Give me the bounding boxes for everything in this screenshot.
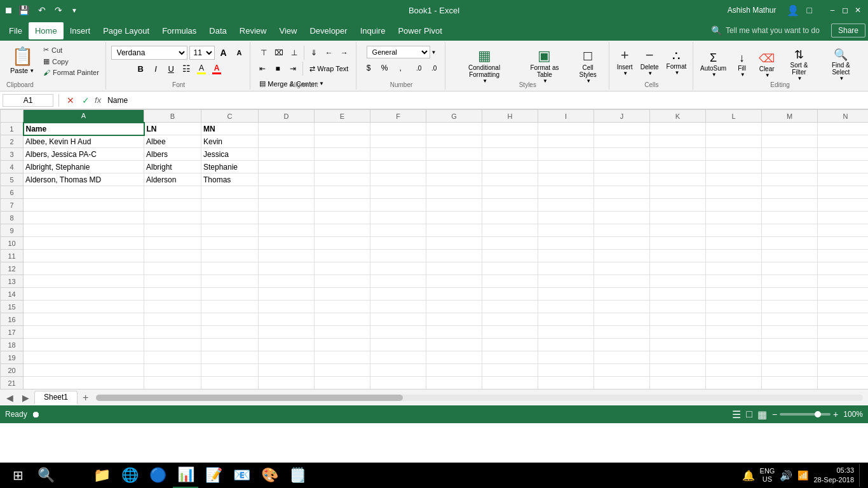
cell-M7[interactable] (762, 199, 818, 212)
cell-H18[interactable] (482, 339, 538, 351)
taskbar-notification-icon[interactable]: 🔔 (742, 470, 755, 482)
cell-N12[interactable] (818, 262, 869, 275)
cell-C3[interactable]: Jessica (201, 148, 259, 161)
cell-N6[interactable] (818, 186, 869, 199)
cell-J3[interactable] (594, 148, 650, 161)
menu-view[interactable]: View (273, 22, 303, 39)
clear-btn[interactable]: ⌫ Clear ▼ (756, 50, 778, 80)
cell-K11[interactable] (650, 250, 706, 262)
cell-A13[interactable] (24, 275, 144, 288)
cell-E10[interactable] (315, 237, 370, 250)
cell-K15[interactable] (650, 301, 706, 313)
cell-G9[interactable] (426, 224, 482, 237)
find-select-btn[interactable]: 🔍 Find & Select ▼ (820, 46, 862, 83)
row-number-11[interactable]: 11 (1, 250, 24, 262)
menu-inquire[interactable]: Inquire (354, 22, 392, 39)
cell-C21[interactable] (201, 377, 259, 390)
cell-N2[interactable] (818, 135, 869, 148)
row-number-7[interactable]: 7 (1, 199, 24, 212)
cell-E15[interactable] (315, 301, 370, 313)
cell-M5[interactable] (762, 173, 818, 186)
cell-N7[interactable] (818, 199, 869, 212)
cell-D3[interactable] (259, 148, 315, 161)
cell-F9[interactable] (370, 224, 426, 237)
cell-E13[interactable] (315, 275, 370, 288)
cell-B9[interactable] (144, 224, 201, 237)
cell-E11[interactable] (315, 250, 370, 262)
paste-button[interactable]: 📋 Paste ▼ (6, 44, 38, 76)
merge-dropdown-arrow[interactable]: ▼ (319, 81, 324, 86)
cell-J15[interactable] (594, 301, 650, 313)
cell-C11[interactable] (201, 250, 259, 262)
col-header-k[interactable]: K (650, 110, 706, 123)
cell-A11[interactable] (24, 250, 144, 262)
accounting-btn[interactable]: $ (362, 61, 376, 75)
cell-H11[interactable] (482, 250, 538, 262)
cell-B12[interactable] (144, 262, 201, 275)
insert-btn[interactable]: + Insert ▼ (614, 46, 635, 78)
cell-B16[interactable] (144, 313, 201, 326)
percent-btn[interactable]: % (377, 61, 391, 75)
cell-L12[interactable] (706, 262, 762, 275)
delete-btn[interactable]: − Delete ▼ (638, 46, 661, 78)
cell-B21[interactable] (144, 377, 201, 390)
formula-input[interactable] (106, 95, 865, 106)
cell-F5[interactable] (370, 173, 426, 186)
cell-M14[interactable] (762, 288, 818, 301)
copy-button[interactable]: ▦ Copy (41, 56, 102, 67)
cell-K18[interactable] (650, 339, 706, 351)
col-header-f[interactable]: F (370, 110, 426, 123)
cell-I6[interactable] (538, 186, 594, 199)
cell-K4[interactable] (650, 161, 706, 173)
cell-H16[interactable] (482, 313, 538, 326)
cell-M1[interactable] (762, 123, 818, 135)
cell-I16[interactable] (538, 313, 594, 326)
cell-L6[interactable] (706, 186, 762, 199)
cell-D16[interactable] (259, 313, 315, 326)
cell-N17[interactable] (818, 326, 869, 339)
menu-insert[interactable]: Insert (64, 22, 97, 39)
cell-H9[interactable] (482, 224, 538, 237)
cell-I19[interactable] (538, 351, 594, 364)
insert-dropdown-arrow[interactable]: ▼ (623, 71, 628, 76)
account-icon[interactable]: 👤 (787, 4, 799, 17)
restore-btn[interactable]: ◻ (840, 5, 850, 15)
sort-filter-btn[interactable]: ⇅ Sort & Filter ▼ (780, 46, 818, 83)
sheet-nav-prev-btn[interactable]: ◀ (3, 391, 17, 404)
cell-C9[interactable] (201, 224, 259, 237)
format-btn[interactable]: ⛬ Format ▼ (664, 47, 689, 77)
col-header-a[interactable]: A (24, 110, 144, 123)
cell-I14[interactable] (538, 288, 594, 301)
col-header-m[interactable]: M (762, 110, 818, 123)
edge-btn[interactable]: 🌐 (117, 463, 142, 488)
cell-F17[interactable] (370, 326, 426, 339)
cell-K8[interactable] (650, 212, 706, 224)
cell-G8[interactable] (426, 212, 482, 224)
cell-H8[interactable] (482, 212, 538, 224)
find-dropdown-arrow[interactable]: ▼ (839, 76, 844, 81)
cell-D19[interactable] (259, 351, 315, 364)
qat-undo-btn[interactable]: ↶ (36, 4, 48, 17)
publisher-btn[interactable]: 🗒️ (285, 463, 310, 488)
cell-L4[interactable] (706, 161, 762, 173)
menu-formulas[interactable]: Formulas (156, 22, 203, 39)
cell-G12[interactable] (426, 262, 482, 275)
row-number-13[interactable]: 13 (1, 275, 24, 288)
view-layout-btn[interactable]: □ (746, 409, 752, 420)
menu-page-layout[interactable]: Page Layout (97, 22, 156, 39)
conditional-formatting-btn[interactable]: ▦ Conditional Formatting ▼ (451, 46, 518, 86)
cell-J11[interactable] (594, 250, 650, 262)
decrease-font-btn[interactable]: A (233, 46, 247, 60)
col-header-h[interactable]: H (482, 110, 538, 123)
minimize-btn[interactable]: – (827, 5, 837, 15)
cell-D5[interactable] (259, 173, 315, 186)
cell-I2[interactable] (538, 135, 594, 148)
qat-save-btn[interactable]: 💾 (16, 4, 32, 17)
cell-D8[interactable] (259, 212, 315, 224)
cell-N13[interactable] (818, 275, 869, 288)
cell-I20[interactable] (538, 364, 594, 377)
italic-btn[interactable]: I (149, 62, 163, 76)
decrease-decimal-btn[interactable]: .0 (427, 61, 441, 75)
sheet-nav-next-btn[interactable]: ▶ (18, 391, 33, 404)
cell-B18[interactable] (144, 339, 201, 351)
